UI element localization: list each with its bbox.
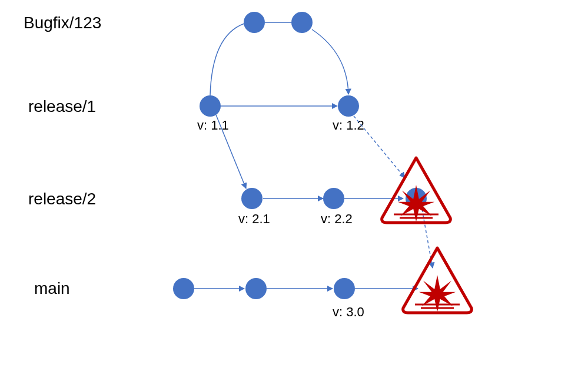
commit-bugfix-2 xyxy=(291,12,313,33)
edge-release1-to-release2 xyxy=(216,115,246,188)
conflict-warning-icon xyxy=(382,158,451,223)
commit-release1-v12 xyxy=(338,95,359,117)
edge-release1-to-conflict1 xyxy=(354,116,405,178)
conflict-warning-icon xyxy=(403,248,472,313)
commit-main-2 xyxy=(245,278,267,299)
commit-bugfix-1 xyxy=(244,12,265,33)
commit-release1-v11 xyxy=(200,95,221,117)
edge-bugfix-to-release1 xyxy=(312,29,348,94)
commit-main-3 xyxy=(334,278,355,299)
commit-release2-v22 xyxy=(323,188,344,209)
edge-release1-to-bugfix xyxy=(210,24,244,95)
commit-release2-v21 xyxy=(241,188,263,209)
commit-main-1 xyxy=(173,278,194,299)
git-diagram-svg xyxy=(0,0,588,374)
